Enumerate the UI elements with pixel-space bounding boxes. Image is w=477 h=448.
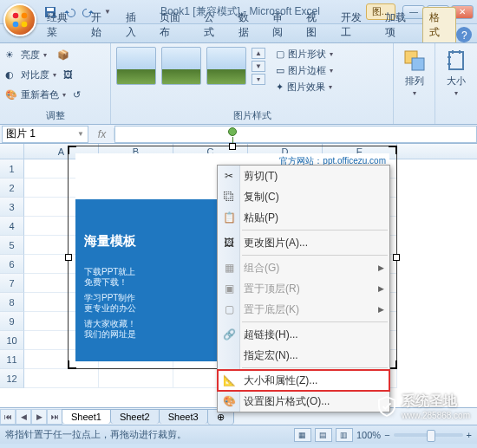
sheet-nav-prev-icon[interactable]: ◀ — [16, 409, 31, 425]
picture-shape-button[interactable]: ▢图片形状▾ — [274, 47, 335, 62]
row-header[interactable]: 1 — [0, 159, 24, 179]
tab-home[interactable]: 开始 — [84, 7, 118, 42]
row-header[interactable]: 8 — [0, 293, 24, 312]
view-pagebreak-icon[interactable]: ▥ — [336, 428, 353, 442]
ctx-copy[interactable]: ⿻复制(C) — [218, 186, 389, 207]
row-header[interactable]: 6 — [0, 255, 24, 274]
sheet-tab[interactable]: Sheet1 — [62, 409, 111, 424]
office-button[interactable] — [3, 3, 36, 36]
compress-icon[interactable]: 📦 — [57, 49, 69, 62]
change-picture-icon: 🖼 — [221, 235, 237, 250]
resize-handle[interactable] — [229, 143, 236, 150]
tab-format[interactable]: 格式 — [422, 7, 456, 42]
style-thumb[interactable] — [116, 47, 156, 85]
sheet-nav-next-icon[interactable]: ▶ — [31, 409, 47, 425]
tab-formulas[interactable]: 公式 — [197, 7, 231, 42]
gallery-up-icon[interactable]: ▲ — [252, 48, 265, 59]
resize-handle[interactable] — [393, 254, 400, 261]
contrast-button[interactable]: ◐对比度▾🖼 — [5, 67, 75, 83]
formula-bar: 图片 1▼ fx — [0, 125, 477, 144]
contrast-icon: ◐ — [5, 69, 17, 81]
sheet-nav-first-icon[interactable]: ⏮ — [0, 409, 16, 425]
svg-point-0 — [13, 13, 19, 19]
watermark: 系统圣地 www.285868.com — [377, 393, 470, 420]
tab-classic[interactable]: 经典菜 — [40, 7, 84, 42]
tab-developer[interactable]: 开发工 — [334, 7, 378, 42]
zoom-out-button[interactable]: − — [384, 430, 389, 440]
ctx-change-picture[interactable]: 🖼更改图片(A)... — [218, 232, 389, 253]
row-header[interactable]: 3 — [0, 198, 24, 217]
ribbon: ☀亮度▾📦 ◐对比度▾🖼 🎨重新着色▾↺ 调整 ▲ ▼ ▾ ▢图片形状▾ ▭图片… — [0, 43, 477, 125]
sheet-tab[interactable]: Sheet2 — [110, 409, 160, 424]
tab-review[interactable]: 审阅 — [265, 7, 299, 42]
resize-handle[interactable] — [389, 146, 397, 154]
ctx-hyperlink[interactable]: 🔗超链接(H)... — [218, 324, 389, 345]
ribbon-group-arrange: 排列▾ — [394, 43, 435, 124]
picture-effects-button[interactable]: ✦图片效果▾ — [274, 80, 335, 94]
picture-text: 海量模板 — [84, 233, 136, 250]
tab-addins[interactable]: 加载项 — [378, 7, 422, 42]
ctx-assign-macro[interactable]: 指定宏(N)... — [218, 345, 389, 366]
status-text: 将指针置于任一拉点上，再拖动进行裁剪。 — [5, 428, 186, 441]
reset-picture-icon[interactable]: ↺ — [73, 89, 85, 101]
gallery-more-icon[interactable]: ▾ — [252, 74, 265, 85]
view-pagelayout-icon[interactable]: ▤ — [315, 428, 332, 442]
row-header[interactable]: 10 — [0, 331, 24, 350]
ribbon-group-adjust: ☀亮度▾📦 ◐对比度▾🖼 🎨重新着色▾↺ 调整 — [0, 43, 111, 124]
row-header[interactable]: 7 — [0, 274, 24, 293]
ctx-size-properties[interactable]: 📐大小和属性(Z)... — [218, 370, 389, 391]
ctx-format-picture[interactable]: 🎨设置图片格式(O)... — [218, 391, 389, 412]
svg-point-2 — [13, 22, 19, 28]
size-button[interactable]: 大小▾ — [441, 47, 472, 99]
send-back-icon: ▢ — [221, 302, 237, 317]
format-picture-icon: 🎨 — [221, 393, 237, 409]
row-header[interactable]: 4 — [0, 217, 24, 236]
resize-handle[interactable] — [68, 146, 76, 154]
svg-rect-9 — [449, 52, 463, 69]
resize-handle[interactable] — [65, 254, 72, 261]
rotate-handle[interactable] — [228, 127, 237, 136]
sheet-nav-last-icon[interactable]: ⏭ — [47, 409, 62, 425]
resize-handle[interactable] — [68, 360, 76, 369]
ctx-bring-front: ▣置于顶层(R)▶ — [218, 278, 389, 299]
group-icon: ▦ — [221, 260, 237, 276]
view-normal-icon[interactable]: ▦ — [294, 428, 311, 442]
formula-input[interactable] — [114, 126, 477, 143]
copy-icon: ⿻ — [221, 189, 237, 205]
row-header[interactable]: 2 — [0, 179, 24, 198]
name-box[interactable]: 图片 1▼ — [2, 126, 88, 143]
tab-data[interactable]: 数据 — [232, 7, 265, 42]
shield-icon — [377, 396, 396, 417]
gallery-down-icon[interactable]: ▼ — [252, 61, 265, 72]
zoom-slider[interactable] — [394, 433, 463, 437]
row-header[interactable]: 5 — [0, 236, 24, 255]
style-thumb[interactable] — [161, 47, 201, 85]
fx-button[interactable]: fx — [90, 128, 114, 140]
row-header[interactable]: 11 — [0, 350, 24, 369]
sheet-tab[interactable]: Sheet3 — [159, 409, 208, 424]
picture-styles-gallery[interactable]: ▲ ▼ ▾ — [116, 47, 265, 85]
style-thumb[interactable] — [206, 47, 246, 85]
zoom-in-button[interactable]: + — [467, 430, 472, 440]
svg-rect-8 — [412, 58, 424, 70]
zoom-level[interactable]: 100% — [356, 430, 381, 440]
bring-front-icon: ▣ — [221, 281, 237, 296]
change-picture-icon[interactable]: 🖼 — [63, 69, 75, 81]
ribbon-tabs: 经典菜 开始 插入 页面布 公式 数据 审阅 视图 开发工 加载项 格式 ? — [0, 24, 477, 43]
row-header[interactable]: 12 — [0, 369, 24, 388]
ribbon-group-label-adjust: 调整 — [5, 107, 105, 122]
arrange-icon — [402, 49, 427, 73]
recolor-button[interactable]: 🎨重新着色▾↺ — [5, 87, 85, 103]
tab-insert[interactable]: 插入 — [119, 7, 153, 42]
select-all-corner[interactable] — [0, 144, 24, 159]
ribbon-group-label-styles: 图片样式 — [116, 107, 388, 122]
picture-border-button[interactable]: ▭图片边框▾ — [274, 63, 335, 78]
tab-view[interactable]: 视图 — [299, 7, 333, 42]
help-button[interactable]: ? — [456, 27, 472, 42]
ctx-paste[interactable]: 📋粘贴(P) — [218, 207, 389, 228]
arrange-button[interactable]: 排列▾ — [399, 47, 430, 99]
tab-pagelayout[interactable]: 页面布 — [153, 7, 197, 42]
ctx-cut[interactable]: ✂剪切(T) — [218, 166, 389, 186]
row-header[interactable]: 9 — [0, 312, 24, 331]
brightness-button[interactable]: ☀亮度▾📦 — [5, 47, 69, 63]
